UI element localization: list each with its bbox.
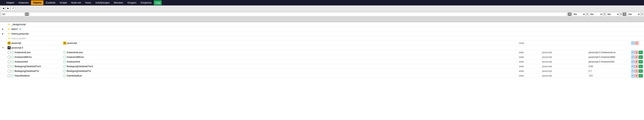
toggle-button[interactable]: ✓: [639, 51, 643, 54]
trash-icon: 🗑: [636, 65, 638, 67]
edit-button[interactable]: ⚙: [631, 69, 634, 73]
row-id-text: BewegungGästebadTür: [14, 70, 39, 72]
row-checkbox[interactable]: [8, 74, 10, 77]
name-state-icon: ○: [63, 70, 66, 72]
edit-button[interactable]: ⚙: [631, 60, 634, 63]
cell-actions: ⚙🗑: [631, 41, 643, 45]
raum-sort-icon: ⇅: [620, 13, 622, 15]
row-checkbox[interactable]: [8, 70, 10, 72]
nav-tab-aufzaehlungen[interactable]: Aufzählungen: [94, 1, 112, 5]
name-clear-button[interactable]: ✕: [568, 13, 571, 16]
nav-tab-ereignisse[interactable]: Ereignisse: [139, 1, 154, 5]
gear-icon: ⚙: [632, 42, 634, 44]
state-icon: ○: [11, 65, 14, 68]
cell-wert: javascript.0.Anwesenheit: [588, 60, 631, 63]
typ-filter-select[interactable]: Allestatechanneldevicemeta: [572, 12, 586, 16]
cell-id: 📁_design/script: [1, 23, 63, 26]
cell-name: ○Anwesenheit: [63, 60, 519, 63]
toggle-button[interactable]: ✓: [639, 55, 643, 59]
gear-icon: ⚙: [632, 70, 634, 72]
nav-tab-zustaende[interactable]: Zustände: [44, 1, 57, 5]
gear-icon: ⚙: [632, 61, 634, 63]
cell-id: ○Anwesenheit: [1, 60, 63, 63]
name-js-icon: JS: [63, 42, 66, 45]
nav-tab-instanzen[interactable]: Instanzen: [17, 1, 30, 5]
edit-button[interactable]: ⚙: [631, 41, 635, 45]
delete-button[interactable]: 🗑: [635, 74, 638, 77]
cell-actions: ⚙🗑✓: [631, 51, 643, 54]
row-id-text: BewegungGästebadTisch: [14, 65, 41, 68]
delete-button[interactable]: 🗑: [635, 65, 638, 68]
state-icon: ○: [11, 51, 14, 54]
rolle-filter-select[interactable]: Allejavascriptstate: [589, 12, 603, 16]
delete-button[interactable]: 🗑: [635, 51, 638, 54]
row-checkbox[interactable]: [8, 65, 10, 68]
toggle-button[interactable]: ✓: [639, 65, 643, 68]
edit-button[interactable]: ⚙: [631, 65, 634, 68]
cell-rolle: javascript: [542, 51, 565, 54]
row-name-text: javascript: [67, 42, 77, 44]
name-filter-input[interactable]: [30, 12, 567, 16]
cell-name: JSjavascript: [63, 42, 519, 45]
nav-tab-gruppen[interactable]: Gruppen: [126, 1, 138, 5]
delete-button[interactable]: 🗑: [635, 41, 638, 45]
checkmark-icon: ✓: [640, 65, 642, 67]
delete-button[interactable]: 🗑: [635, 69, 638, 73]
forward-button[interactable]: ▶: [6, 6, 10, 11]
nav-tab-scripte[interactable]: Scripte: [58, 1, 69, 5]
row-expander[interactable]: ▶: [2, 28, 4, 31]
state-icon: ○: [11, 60, 14, 63]
cell-id: ▼JSjavascript.0: [1, 46, 63, 49]
folder-gray-icon: 📁: [8, 37, 11, 40]
top-navigation: AdapterInstanzenObjekteZuständeScripteNo…: [0, 0, 644, 6]
toggle-button[interactable]: ✓: [639, 74, 643, 77]
row-name-text: Anwesenheit: [67, 60, 80, 63]
row-id-text: history.system: [12, 37, 26, 40]
js-yellow-icon: JS: [8, 42, 11, 45]
nav-tab-adapter[interactable]: Adapter: [4, 1, 16, 5]
cell-rolle: javascript: [542, 56, 565, 58]
cell-name: ○BewegungGästebadTisch: [63, 65, 519, 68]
raum-filter-select[interactable]: Alle: [606, 12, 620, 16]
row-checkbox[interactable]: [8, 56, 10, 58]
table-row: ○Anwesenheit○Anwesenheitstatejavascriptj…: [0, 59, 644, 64]
table-row: ○BewegungGästebadTür○BewegungGästebadTür…: [0, 69, 644, 73]
cell-name: ○Gaestebadtuer: [63, 74, 519, 77]
edit-button[interactable]: ⚙: [631, 74, 634, 77]
gear-icon: ⚙: [632, 65, 634, 67]
nav-tab-benutzer[interactable]: Benutzer: [112, 1, 125, 5]
cell-name: ○AnwesendLana: [63, 51, 519, 54]
delete-button[interactable]: 🗑: [635, 55, 638, 59]
row-expander[interactable]: ▶: [2, 32, 4, 35]
table-row: ○Gaestebadtuer○Gaestebadtuerstatejavascr…: [0, 73, 644, 78]
cell-typ: meta: [519, 42, 542, 44]
nav-tab-objekte[interactable]: Objekte: [31, 1, 44, 5]
row-id-text: javascript.0: [12, 46, 23, 49]
table-row: ○AnwesendMicha○AnwesendMichastatejavascr…: [0, 55, 644, 59]
row-id-text: dwd.0: [12, 28, 18, 31]
nav-tab-hosts[interactable]: Hosts: [83, 1, 93, 5]
cell-wert: 0.7: [588, 70, 631, 72]
nav-tab-node-red[interactable]: Node-red: [69, 1, 83, 5]
row-name-text: AnwesendLana: [67, 51, 83, 54]
row-checkbox[interactable]: [8, 60, 10, 63]
wert-clear-button[interactable]: ✕: [623, 13, 626, 16]
id-clear-button[interactable]: ✕: [25, 13, 29, 16]
id-filter-input[interactable]: [1, 12, 24, 16]
nav-tab-log[interactable]: Log: [154, 1, 162, 5]
edit-button[interactable]: ⚙: [631, 51, 634, 54]
row-expander[interactable]: ▼: [2, 46, 4, 49]
edit-button[interactable]: ⚙: [631, 55, 634, 59]
gear-icon: ⚙: [632, 56, 634, 58]
toggle-button[interactable]: ✓: [639, 60, 643, 63]
row-id-text: Gaestebadtuer: [14, 74, 30, 77]
refresh-button[interactable]: ↺: [11, 6, 15, 11]
row-checkbox[interactable]: [8, 51, 10, 54]
wert-sort-icon: ⇅: [641, 13, 643, 15]
delete-button[interactable]: 🗑: [635, 60, 638, 63]
table-row: ▶📁dwd.0⟳: [0, 27, 644, 32]
toggle-button[interactable]: ✓: [639, 69, 643, 73]
name-state-icon: ○: [63, 56, 66, 58]
wert-filter-select[interactable]: Alle: [627, 12, 640, 16]
back-button[interactable]: ◀: [1, 6, 6, 11]
